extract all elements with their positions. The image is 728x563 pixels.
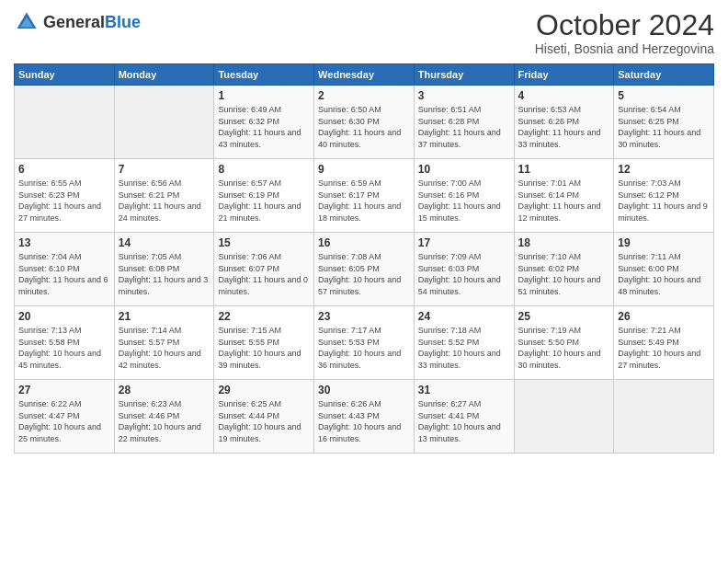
day-cell: 28Sunrise: 6:23 AM Sunset: 4:46 PM Dayli…	[114, 380, 214, 454]
day-number: 4	[518, 89, 610, 102]
day-number: 27	[18, 384, 110, 396]
day-info: Sunrise: 6:22 AM Sunset: 4:47 PM Dayligh…	[18, 398, 110, 444]
day-cell: 31Sunrise: 6:27 AM Sunset: 4:41 PM Dayli…	[414, 380, 514, 454]
day-cell: 8Sunrise: 6:57 AM Sunset: 6:19 PM Daylig…	[214, 159, 314, 233]
day-number: 11	[518, 163, 610, 176]
day-number: 25	[518, 310, 610, 323]
logo: GeneralBlue	[14, 9, 141, 35]
week-row-3: 13Sunrise: 7:04 AM Sunset: 6:10 PM Dayli…	[15, 233, 714, 306]
day-cell: 26Sunrise: 7:21 AM Sunset: 5:49 PM Dayli…	[614, 306, 714, 380]
weekday-header-saturday: Saturday	[614, 64, 714, 86]
day-number: 23	[318, 310, 410, 323]
day-cell: 17Sunrise: 7:09 AM Sunset: 6:03 PM Dayli…	[414, 233, 514, 306]
day-cell: 24Sunrise: 7:18 AM Sunset: 5:52 PM Dayli…	[414, 306, 514, 380]
day-info: Sunrise: 6:27 AM Sunset: 4:41 PM Dayligh…	[418, 398, 510, 444]
weekday-header-monday: Monday	[114, 64, 214, 86]
location-title: Hiseti, Bosnia and Herzegovina	[535, 41, 714, 56]
page: GeneralBlue October 2024 Hiseti, Bosnia …	[0, 0, 728, 563]
day-number: 1	[218, 89, 310, 102]
day-info: Sunrise: 7:06 AM Sunset: 6:07 PM Dayligh…	[218, 251, 310, 297]
day-info: Sunrise: 7:21 AM Sunset: 5:49 PM Dayligh…	[618, 325, 710, 371]
day-info: Sunrise: 6:56 AM Sunset: 6:21 PM Dayligh…	[119, 178, 210, 224]
weekday-header-thursday: Thursday	[414, 64, 514, 86]
day-info: Sunrise: 7:04 AM Sunset: 6:10 PM Dayligh…	[18, 251, 110, 297]
day-cell: 7Sunrise: 6:56 AM Sunset: 6:21 PM Daylig…	[114, 159, 214, 233]
day-info: Sunrise: 7:17 AM Sunset: 5:53 PM Dayligh…	[318, 325, 410, 371]
day-number: 9	[318, 163, 410, 176]
day-number: 8	[218, 163, 310, 176]
day-cell: 19Sunrise: 7:11 AM Sunset: 6:00 PM Dayli…	[614, 233, 714, 306]
day-info: Sunrise: 6:53 AM Sunset: 6:26 PM Dayligh…	[518, 104, 610, 150]
day-number: 24	[418, 310, 510, 323]
day-number: 14	[119, 236, 210, 249]
day-info: Sunrise: 7:08 AM Sunset: 6:05 PM Dayligh…	[318, 251, 410, 297]
day-cell: 2Sunrise: 6:50 AM Sunset: 6:30 PM Daylig…	[314, 86, 415, 159]
week-row-2: 6Sunrise: 6:55 AM Sunset: 6:23 PM Daylig…	[15, 159, 714, 233]
day-cell: 22Sunrise: 7:15 AM Sunset: 5:55 PM Dayli…	[214, 306, 314, 380]
day-number: 2	[318, 89, 410, 102]
day-cell: 6Sunrise: 6:55 AM Sunset: 6:23 PM Daylig…	[15, 159, 115, 233]
day-cell: 10Sunrise: 7:00 AM Sunset: 6:16 PM Dayli…	[414, 159, 514, 233]
day-info: Sunrise: 7:14 AM Sunset: 5:57 PM Dayligh…	[119, 325, 210, 371]
day-cell	[614, 380, 714, 454]
header: GeneralBlue October 2024 Hiseti, Bosnia …	[14, 9, 714, 56]
day-info: Sunrise: 7:15 AM Sunset: 5:55 PM Dayligh…	[218, 325, 310, 371]
day-cell	[15, 86, 115, 159]
day-number: 12	[618, 163, 710, 176]
day-number: 21	[119, 310, 210, 323]
day-info: Sunrise: 6:51 AM Sunset: 6:28 PM Dayligh…	[418, 104, 510, 150]
day-cell: 30Sunrise: 6:26 AM Sunset: 4:43 PM Dayli…	[314, 380, 415, 454]
week-row-5: 27Sunrise: 6:22 AM Sunset: 4:47 PM Dayli…	[15, 380, 714, 454]
day-info: Sunrise: 7:09 AM Sunset: 6:03 PM Dayligh…	[418, 251, 510, 297]
day-info: Sunrise: 7:01 AM Sunset: 6:14 PM Dayligh…	[518, 178, 610, 224]
day-number: 17	[418, 236, 510, 249]
day-cell: 25Sunrise: 7:19 AM Sunset: 5:50 PM Dayli…	[514, 306, 614, 380]
month-title: October 2024	[535, 9, 714, 41]
day-info: Sunrise: 6:23 AM Sunset: 4:46 PM Dayligh…	[119, 398, 210, 444]
day-cell: 1Sunrise: 6:49 AM Sunset: 6:32 PM Daylig…	[214, 86, 314, 159]
day-cell: 12Sunrise: 7:03 AM Sunset: 6:12 PM Dayli…	[614, 159, 714, 233]
day-cell: 18Sunrise: 7:10 AM Sunset: 6:02 PM Dayli…	[514, 233, 614, 306]
day-cell: 13Sunrise: 7:04 AM Sunset: 6:10 PM Dayli…	[15, 233, 115, 306]
day-number: 10	[418, 163, 510, 176]
day-info: Sunrise: 6:50 AM Sunset: 6:30 PM Dayligh…	[318, 104, 410, 150]
day-number: 3	[418, 89, 510, 102]
logo-general: General	[43, 13, 105, 31]
day-number: 20	[18, 310, 110, 323]
week-row-4: 20Sunrise: 7:13 AM Sunset: 5:58 PM Dayli…	[15, 306, 714, 380]
day-number: 26	[618, 310, 710, 323]
calendar-table: SundayMondayTuesdayWednesdayThursdayFrid…	[14, 63, 714, 454]
day-info: Sunrise: 7:18 AM Sunset: 5:52 PM Dayligh…	[418, 325, 510, 371]
day-number: 15	[218, 236, 310, 249]
weekday-header-tuesday: Tuesday	[214, 64, 314, 86]
day-cell: 29Sunrise: 6:25 AM Sunset: 4:44 PM Dayli…	[214, 380, 314, 454]
day-info: Sunrise: 7:03 AM Sunset: 6:12 PM Dayligh…	[618, 178, 710, 224]
day-info: Sunrise: 7:10 AM Sunset: 6:02 PM Dayligh…	[518, 251, 610, 297]
day-cell: 20Sunrise: 7:13 AM Sunset: 5:58 PM Dayli…	[15, 306, 115, 380]
weekday-header-row: SundayMondayTuesdayWednesdayThursdayFrid…	[15, 64, 714, 86]
day-number: 18	[518, 236, 610, 249]
day-number: 5	[618, 89, 710, 102]
title-area: October 2024 Hiseti, Bosnia and Herzegov…	[535, 9, 714, 56]
weekday-header-friday: Friday	[514, 64, 614, 86]
weekday-header-wednesday: Wednesday	[314, 64, 415, 86]
day-number: 22	[218, 310, 310, 323]
week-row-1: 1Sunrise: 6:49 AM Sunset: 6:32 PM Daylig…	[15, 86, 714, 159]
day-info: Sunrise: 7:00 AM Sunset: 6:16 PM Dayligh…	[418, 178, 510, 224]
day-info: Sunrise: 6:59 AM Sunset: 6:17 PM Dayligh…	[318, 178, 410, 224]
day-cell: 23Sunrise: 7:17 AM Sunset: 5:53 PM Dayli…	[314, 306, 415, 380]
day-cell: 14Sunrise: 7:05 AM Sunset: 6:08 PM Dayli…	[114, 233, 214, 306]
day-number: 31	[418, 384, 510, 396]
day-info: Sunrise: 6:49 AM Sunset: 6:32 PM Dayligh…	[218, 104, 310, 150]
day-info: Sunrise: 7:19 AM Sunset: 5:50 PM Dayligh…	[518, 325, 610, 371]
day-info: Sunrise: 6:25 AM Sunset: 4:44 PM Dayligh…	[218, 398, 310, 444]
day-number: 29	[218, 384, 310, 396]
day-number: 13	[18, 236, 110, 249]
day-cell: 3Sunrise: 6:51 AM Sunset: 6:28 PM Daylig…	[414, 86, 514, 159]
day-number: 7	[119, 163, 210, 176]
day-cell: 11Sunrise: 7:01 AM Sunset: 6:14 PM Dayli…	[514, 159, 614, 233]
day-info: Sunrise: 6:57 AM Sunset: 6:19 PM Dayligh…	[218, 178, 310, 224]
day-number: 30	[318, 384, 410, 396]
day-number: 28	[119, 384, 210, 396]
logo-icon	[14, 9, 40, 35]
